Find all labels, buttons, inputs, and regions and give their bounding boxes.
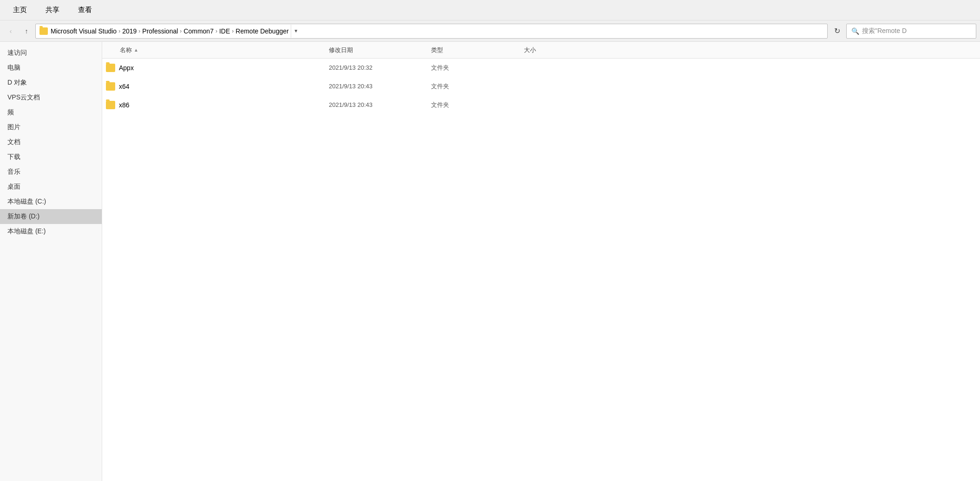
breadcrumb-ide[interactable]: IDE: [219, 27, 230, 35]
col-header-type[interactable]: 类型: [431, 46, 524, 54]
file-name-cell: x86: [106, 101, 329, 109]
search-placeholder-text: 搜索"Remote D: [862, 27, 907, 35]
back-button[interactable]: ‹: [4, 24, 18, 38]
file-type-cell: 文件夹: [431, 101, 524, 109]
address-bar-row: ‹ ↑ Microsoft Visual Studio › 2019 › Pro…: [0, 20, 980, 42]
file-date-cell: 2021/9/13 20:43: [329, 101, 431, 108]
sidebar-item-quickaccess[interactable]: 速访问: [0, 46, 102, 60]
menu-view[interactable]: 查看: [71, 4, 99, 16]
sidebar-item-desktop[interactable]: 桌面: [0, 179, 102, 194]
folder-icon: [106, 82, 115, 91]
up-button[interactable]: ↑: [20, 24, 33, 38]
sidebar-item-dobject[interactable]: D 对象: [0, 75, 102, 90]
breadcrumb-common7[interactable]: Common7: [183, 27, 214, 35]
sidebar-item-drive-d[interactable]: 新加卷 (D:): [0, 209, 102, 224]
main-area: 速访问 电脑 D 对象 VPS云文档 频 图片 文档 下载 音乐 桌面 本地磁盘…: [0, 42, 980, 481]
sidebar: 速访问 电脑 D 对象 VPS云文档 频 图片 文档 下载 音乐 桌面 本地磁盘…: [0, 42, 102, 481]
table-row[interactable]: Appx 2021/9/13 20:32 文件夹: [102, 59, 980, 77]
file-date-cell: 2021/9/13 20:32: [329, 64, 431, 71]
sort-arrow-name: ▲: [134, 47, 138, 53]
file-type-cell: 文件夹: [431, 64, 524, 72]
breadcrumb-vs[interactable]: Microsoft Visual Studio: [51, 27, 117, 35]
sidebar-item-downloads[interactable]: 下载: [0, 150, 102, 165]
sidebar-item-video[interactable]: 频: [0, 105, 102, 120]
sidebar-item-wps[interactable]: VPS云文档: [0, 90, 102, 105]
file-date-cell: 2021/9/13 20:43: [329, 83, 431, 90]
menu-bar: 主页 共享 查看: [0, 0, 980, 20]
sep-4: ›: [216, 28, 217, 34]
sidebar-item-documents[interactable]: 文档: [0, 135, 102, 150]
sep-2: ›: [138, 28, 140, 34]
search-icon: 🔍: [851, 27, 859, 35]
file-type-cell: 文件夹: [431, 82, 524, 91]
breadcrumb-dropdown-button[interactable]: ▼: [291, 25, 301, 38]
sidebar-item-music[interactable]: 音乐: [0, 165, 102, 179]
sep-5: ›: [232, 28, 234, 34]
file-name: x86: [119, 101, 130, 109]
search-box[interactable]: 🔍 搜索"Remote D: [846, 24, 976, 39]
folder-icon: [106, 64, 115, 72]
sidebar-item-pictures[interactable]: 图片: [0, 120, 102, 135]
menu-share[interactable]: 共享: [38, 4, 67, 16]
sidebar-item-drive-e[interactable]: 本地磁盘 (E:): [0, 224, 102, 239]
sidebar-item-drive-c[interactable]: 本地磁盘 (C:): [0, 194, 102, 209]
menu-home[interactable]: 主页: [6, 4, 34, 16]
file-name-cell: x64: [106, 82, 329, 91]
table-row[interactable]: x64 2021/9/13 20:43 文件夹: [102, 77, 980, 96]
address-breadcrumb[interactable]: Microsoft Visual Studio › 2019 › Profess…: [35, 24, 828, 39]
sidebar-item-computer[interactable]: 电脑: [0, 60, 102, 75]
col-header-date[interactable]: 修改日期: [329, 46, 431, 54]
file-name: x64: [119, 83, 130, 90]
breadcrumb-2019[interactable]: 2019: [122, 27, 137, 35]
sep-3: ›: [180, 28, 182, 34]
breadcrumb-remote-debugger[interactable]: Remote Debugger: [235, 27, 288, 35]
file-name-cell: Appx: [106, 64, 329, 72]
file-name: Appx: [119, 64, 134, 72]
refresh-button[interactable]: ↻: [830, 24, 844, 39]
file-area: 名称 ▲ 修改日期 类型 大小 Appx 2021/9/13 20:32 文件夹: [102, 42, 980, 481]
col-header-name[interactable]: 名称 ▲: [106, 46, 329, 54]
column-header: 名称 ▲ 修改日期 类型 大小: [102, 42, 980, 59]
breadcrumb-professional[interactable]: Professional: [142, 27, 178, 35]
table-row[interactable]: x86 2021/9/13 20:43 文件夹: [102, 96, 980, 114]
file-list: Appx 2021/9/13 20:32 文件夹 x64 2021/9/13 2…: [102, 59, 980, 481]
sep-1: ›: [118, 28, 120, 34]
breadcrumb-folder-icon: [39, 27, 48, 35]
col-header-size[interactable]: 大小: [524, 46, 598, 54]
folder-icon: [106, 101, 115, 109]
